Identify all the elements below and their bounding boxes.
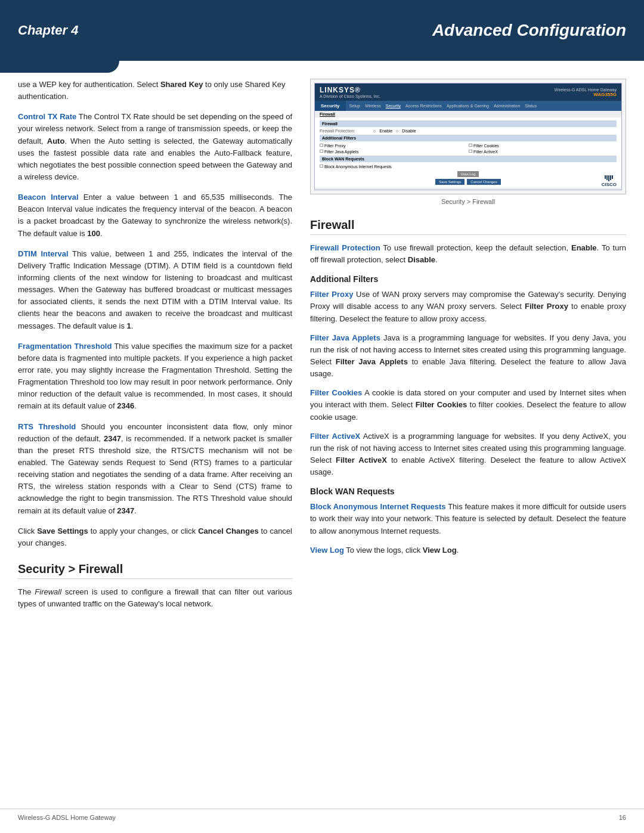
status-nav: Status: [525, 104, 537, 108]
view-log-btn[interactable]: View Log: [457, 171, 479, 177]
filter-cookies-term: Filter Cookies: [310, 388, 362, 397]
intro-paragraph: use a WEP key for authentication. Select…: [18, 79, 292, 103]
additional-filters-heading: Additional Filters: [310, 274, 626, 284]
proxy-checkbox: ☐: [320, 143, 323, 148]
setup-nav: Setup: [349, 104, 360, 108]
chapter-label: Chapter 4: [18, 23, 78, 38]
enable-bold: Enable: [571, 243, 597, 252]
firewall-italic: Firewall: [35, 587, 61, 596]
main-content: use a WEP key for authentication. Select…: [0, 61, 644, 636]
filter-java-term: Filter Java Applets: [310, 333, 380, 342]
router-sub-nav: Firewall: [315, 111, 621, 117]
filter-java-check: ☐ Filter Java Applets: [320, 149, 467, 154]
block-wan-label: Block WAN Requests: [320, 156, 617, 162]
block-anon-para: Block Anonymous Internet Requests This f…: [310, 501, 626, 537]
rts-threshold-para: RTS Threshold Should you encounter incon…: [18, 421, 292, 517]
firewall-protection-label: Firewall Protection:: [320, 129, 373, 133]
additional-filters-label: Additional Filters: [320, 135, 617, 141]
beacon-interval-para: Beacon Interval Enter a value between 1 …: [18, 191, 292, 240]
router-save-buttons: Save Settings Cancel Changes: [320, 179, 617, 185]
right-column: LINKSYS® A Division of Cisco Systems, In…: [310, 79, 626, 618]
fragmentation-threshold-para: Fragmentation Threshold This value speci…: [18, 340, 292, 413]
page-header: Chapter 4 Advanced Configuration: [0, 0, 644, 61]
cisco-line-2: [606, 175, 608, 180]
enable-radio-circle: ○: [373, 129, 376, 133]
control-tx-rate-para: Control TX Rate The Control TX Rate shou…: [18, 111, 292, 183]
router-nav-bar: Security Setup Wireless Security Access …: [315, 101, 621, 111]
control-tx-rate-term: Control TX Rate: [18, 112, 76, 121]
security-firewall-heading: Security > Firewall: [18, 562, 292, 579]
security-nav-item: Security: [315, 101, 346, 111]
applications-nav: Applications & Gaming: [447, 104, 489, 108]
wireless-nav: Wireless: [365, 104, 381, 108]
filter-activex-bold: Filter ActiveX: [336, 456, 387, 465]
disable-label: Disable: [402, 129, 416, 133]
dtim-interval-term: DTIM Interval: [18, 249, 69, 258]
filter-cookies-bold: Filter Cookies: [416, 400, 467, 409]
cisco-lines: [602, 175, 617, 181]
cisco-line-4: [610, 175, 611, 180]
footer-left: Wireless-G ADSL Home Gateway: [18, 814, 116, 821]
java-checkbox: ☐: [320, 149, 323, 154]
page-title: Advanced Configuration: [432, 21, 626, 40]
security-nav: Security: [386, 104, 401, 108]
firewall-heading: Firewall: [310, 218, 626, 235]
block-anon-term: Block Anonymous Internet Requests: [310, 502, 446, 511]
save-settings-bold: Save Settings: [37, 527, 88, 535]
view-log-term: View Log: [310, 546, 344, 555]
cancel-changes-bold: Cancel Changes: [198, 527, 258, 535]
activex-checkbox: ☐: [469, 149, 472, 154]
view-log-bold: View Log: [423, 546, 457, 555]
dtim-default: 1: [127, 321, 131, 330]
security-firewall-desc: The Firewall screen is used to configure…: [18, 586, 292, 610]
filter-proxy-para: Filter Proxy Use of WAN proxy servers ma…: [310, 289, 626, 324]
filter-java-bold: Filter Java Applets: [336, 357, 408, 366]
router-nav-items: Setup Wireless Security Access Restricti…: [346, 101, 541, 111]
filter-cookies-para: Filter Cookies A cookie is data stored o…: [310, 387, 626, 423]
auto-bold: Auto: [47, 137, 65, 145]
shared-key-bold: Shared Key: [160, 80, 203, 89]
beacon-default: 100: [87, 229, 100, 238]
filter-activex-check: ☐ Filter ActiveX: [469, 149, 617, 154]
router-body: Firewall Firewall Protection: ○Enable ○D…: [315, 117, 621, 188]
footer-right: 16: [619, 814, 626, 821]
cisco-line-3: [608, 175, 609, 181]
filter-activex-term: Filter ActiveX: [310, 432, 360, 441]
save-settings-btn[interactable]: Save Settings: [435, 179, 465, 185]
block-anon-row: ☐ Block Anonymous Internet Requests: [320, 164, 617, 169]
click-save-para: Click Save Settings to apply your change…: [18, 525, 292, 549]
router-screenshot-box: LINKSYS® A Division of Cisco Systems, In…: [310, 79, 626, 194]
rts-default1: 2347: [104, 434, 121, 443]
cookies-checkbox: ☐: [469, 143, 472, 148]
dtim-interval-para: DTIM Interval This value, between 1 and …: [18, 248, 292, 332]
block-wan-requests-heading: Block WAN Requests: [310, 487, 626, 496]
fragmentation-threshold-term: Fragmentation Threshold: [18, 342, 112, 351]
filter-checkboxes: ☐ Filter Proxy ☐ Filter Cookies ☐ Filter…: [320, 143, 617, 154]
firewall-row: Firewall Protection: ○Enable ○Disable: [320, 129, 617, 133]
router-action-buttons: View Log: [320, 171, 617, 177]
router-subtitle: A Division of Cisco Systems, Inc.: [320, 94, 380, 98]
router-model: Wireless-G ADSL Home Gateway WAG355G: [555, 88, 617, 97]
cisco-logo: CISCO: [602, 175, 617, 187]
filter-activex-para: Filter ActiveX ActiveX is a programming …: [310, 431, 626, 479]
cisco-text: CISCO: [602, 182, 617, 187]
disable-radio-circle: ○: [396, 129, 398, 133]
firewall-protection-para: Firewall Protection To use firewall prot…: [310, 242, 626, 266]
router-screenshot: LINKSYS® A Division of Cisco Systems, In…: [314, 83, 622, 190]
filter-proxy-term: Filter Proxy: [310, 290, 354, 299]
view-log-para: View Log To view the logs, click View Lo…: [310, 544, 626, 556]
firewall-protection-term: Firewall Protection: [310, 243, 380, 252]
administration-nav: Administration: [494, 104, 520, 108]
cisco-line-5: [612, 175, 613, 179]
filter-proxy-bold: Filter Proxy: [525, 302, 568, 311]
frag-default: 2346: [117, 401, 134, 410]
access-nav: Access Restrictions: [405, 104, 442, 108]
linksys-logo: LINKSYS®: [320, 86, 380, 94]
filter-proxy-check: ☐ Filter Proxy: [320, 143, 467, 148]
page-footer: Wireless-G ADSL Home Gateway 16: [0, 809, 644, 821]
filter-java-para: Filter Java Applets Java is a programmin…: [310, 332, 626, 380]
beacon-interval-term: Beacon Interval: [18, 193, 79, 202]
left-column: use a WEP key for authentication. Select…: [18, 79, 292, 618]
disable-bold: Disable: [408, 255, 435, 264]
cancel-changes-btn[interactable]: Cancel Changes: [467, 179, 500, 185]
